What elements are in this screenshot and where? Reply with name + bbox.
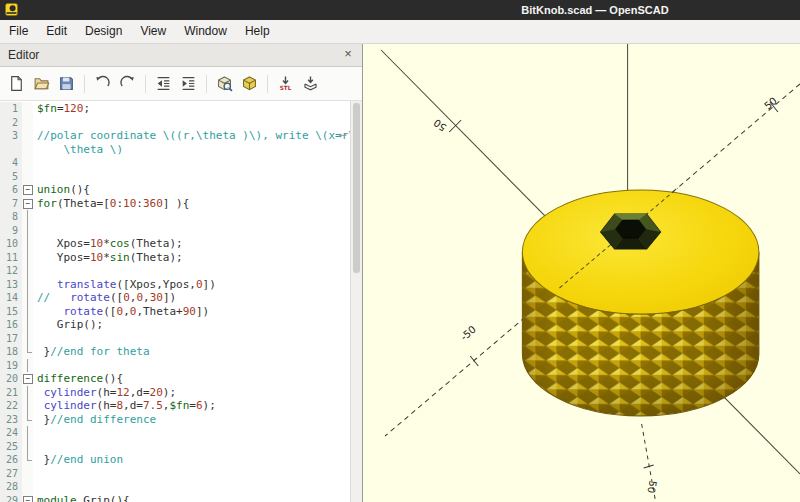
code-line[interactable]: 24: [0, 426, 350, 440]
3d-canvas[interactable]: 50 -50 50 50: [363, 44, 800, 502]
toolbar-separator: [84, 75, 85, 93]
code-lines[interactable]: 1$fn=120;23//polar coordinate \((r,\thet…: [0, 101, 350, 502]
line-number: 12: [0, 264, 22, 278]
titlebar: BitKnob.scad — OpenSCAD: [0, 0, 800, 20]
fold-margin: [22, 480, 33, 494]
code-line[interactable]: 2: [0, 116, 350, 130]
preview-icon: [216, 75, 233, 92]
unindent-button[interactable]: [152, 72, 175, 95]
editor-close-button[interactable]: ×: [340, 47, 356, 63]
code-line[interactable]: 18 }//end for theta: [0, 345, 350, 359]
fold-toggle-icon[interactable]: −: [23, 374, 33, 384]
code-text: [33, 480, 37, 494]
code-line[interactable]: 9: [0, 224, 350, 238]
code-line[interactable]: 17: [0, 332, 350, 346]
code-line[interactable]: 20−difference(){: [0, 372, 350, 386]
menu-window[interactable]: Window: [175, 20, 236, 43]
code-line[interactable]: 22 cylinder(h=8,d=7.5,$fn=6);: [0, 399, 350, 413]
code-line[interactable]: 19: [0, 359, 350, 373]
code-line[interactable]: 26 }//end union: [0, 453, 350, 467]
wrap-indicator-icon: ↩: [339, 129, 347, 143]
open-file-button[interactable]: [30, 72, 53, 95]
fold-margin: [22, 116, 33, 130]
menu-help[interactable]: Help: [236, 20, 279, 43]
line-number: 21: [0, 386, 22, 400]
code-line[interactable]: 10 Xpos=10*cos(Theta);: [0, 237, 350, 251]
new-file-button[interactable]: [5, 72, 28, 95]
code-line[interactable]: 29−module Grip(){: [0, 494, 350, 502]
fold-toggle-icon[interactable]: −: [23, 199, 33, 209]
fold-toggle-icon[interactable]: −: [23, 185, 33, 195]
line-number: 29: [0, 494, 22, 502]
code-line[interactable]: 6−union(){: [0, 183, 350, 197]
export-other-button[interactable]: [299, 72, 322, 95]
code-line[interactable]: 11 Ypos=10*sin(Theta);: [0, 251, 350, 265]
fold-margin: −: [22, 372, 33, 386]
fold-margin: [22, 251, 33, 265]
fold-margin: [22, 332, 33, 346]
menu-file[interactable]: File: [0, 20, 37, 43]
code-line[interactable]: 5: [0, 170, 350, 184]
menu-view[interactable]: View: [131, 20, 175, 43]
code-line[interactable]: 8: [0, 210, 350, 224]
close-icon: ×: [344, 46, 352, 61]
fold-margin: [22, 318, 33, 332]
code-line[interactable]: \theta \): [0, 143, 350, 157]
fold-margin: [22, 224, 33, 238]
code-text: [33, 332, 37, 346]
code-line[interactable]: 25: [0, 440, 350, 454]
code-line[interactable]: 23 }//end difference: [0, 413, 350, 427]
line-number: 23: [0, 413, 22, 427]
code-line[interactable]: 27: [0, 467, 350, 481]
menubar: FileEditDesignViewWindowHelp: [0, 20, 800, 44]
line-number: [0, 143, 22, 157]
line-number: 20: [0, 372, 22, 386]
code-line[interactable]: 12: [0, 264, 350, 278]
code-text: }//end for theta: [33, 345, 150, 359]
code-line[interactable]: 15 rotate([0,0,Theta+90]): [0, 305, 350, 319]
code-text: [33, 440, 37, 454]
code-editor[interactable]: 1$fn=120;23//polar coordinate \((r,\thet…: [0, 101, 362, 502]
undo-button[interactable]: [91, 72, 114, 95]
fold-margin: [22, 386, 33, 400]
line-number: 1: [0, 102, 22, 116]
code-line[interactable]: 21 cylinder(h=12,d=20);: [0, 386, 350, 400]
code-line[interactable]: 1$fn=120;: [0, 102, 350, 116]
code-text: \theta \): [33, 143, 123, 157]
code-line[interactable]: 16 Grip();: [0, 318, 350, 332]
fold-margin: −: [22, 494, 33, 502]
scrollbar-thumb[interactable]: [353, 103, 360, 273]
line-number: 25: [0, 440, 22, 454]
fold-margin: [22, 156, 33, 170]
line-number: 18: [0, 345, 22, 359]
editor-scrollbar[interactable]: [350, 101, 362, 502]
indent-button[interactable]: [177, 72, 200, 95]
menu-design[interactable]: Design: [76, 20, 131, 43]
save-file-button[interactable]: [55, 72, 78, 95]
menu-edit[interactable]: Edit: [37, 20, 76, 43]
code-text: difference(){: [33, 372, 123, 386]
line-number: 3: [0, 129, 22, 143]
code-line[interactable]: 7−for(Theta=[0:10:360] ){: [0, 197, 350, 211]
code-line[interactable]: 14// rotate([0,0,30]): [0, 291, 350, 305]
code-text: [33, 210, 37, 224]
code-line[interactable]: 28: [0, 480, 350, 494]
fold-margin: −: [22, 183, 33, 197]
code-text: [33, 224, 37, 238]
fold-margin: [22, 413, 33, 427]
fold-margin: [22, 359, 33, 373]
line-number: 22: [0, 399, 22, 413]
export-stl-button[interactable]: STL: [274, 72, 297, 95]
redo-icon: [119, 75, 136, 92]
render-button[interactable]: [238, 72, 261, 95]
line-number: 5: [0, 170, 22, 184]
code-line[interactable]: 13 translate([Xpos,Ypos,0]): [0, 278, 350, 292]
preview-button[interactable]: [213, 72, 236, 95]
code-line[interactable]: 3//polar coordinate \((r,\theta )\), wri…: [0, 129, 350, 143]
line-number: 7: [0, 197, 22, 211]
redo-button[interactable]: [116, 72, 139, 95]
3d-viewport[interactable]: 50 -50 50 50: [363, 44, 800, 502]
fold-toggle-icon[interactable]: −: [23, 496, 33, 502]
openscad-window: BitKnob.scad — OpenSCAD FileEditDesignVi…: [0, 0, 800, 502]
code-line[interactable]: 4: [0, 156, 350, 170]
